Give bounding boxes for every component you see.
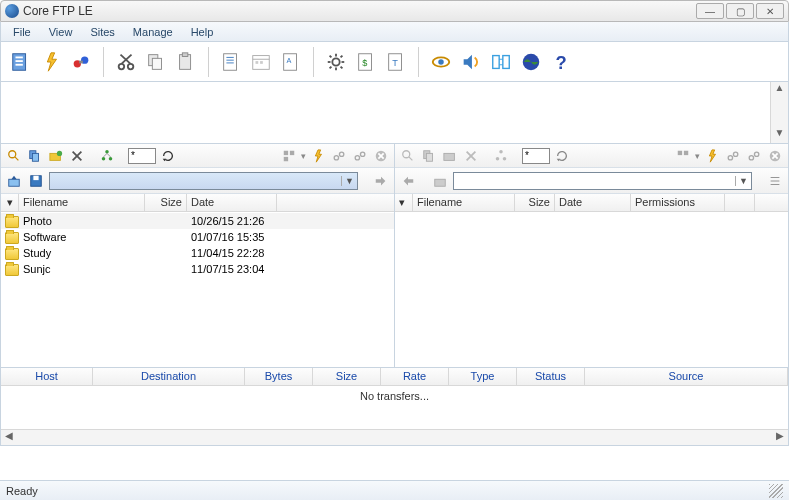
preview-button[interactable] (427, 48, 455, 76)
remote-path-combo[interactable]: ▼ (453, 172, 752, 190)
link-icon[interactable] (724, 147, 742, 165)
search-icon[interactable] (399, 147, 417, 165)
tree-icon[interactable] (98, 147, 116, 165)
local-path-combo[interactable]: ▼ (49, 172, 358, 190)
col-permissions[interactable]: Permissions (631, 194, 725, 211)
list-item[interactable]: Study11/04/15 22:28 (1, 245, 394, 261)
stop-icon[interactable] (766, 147, 784, 165)
qcol-rate[interactable]: Rate (381, 368, 449, 385)
qcol-source[interactable]: Source (585, 368, 788, 385)
menu-file[interactable]: File (5, 24, 39, 40)
site-manager-button[interactable] (7, 48, 35, 76)
scroll-left-icon[interactable]: ◀ (1, 430, 17, 445)
local-listview[interactable]: ▾ Filename Size Date Photo10/26/15 21:26… (1, 194, 394, 367)
up-dir-icon[interactable] (5, 172, 23, 190)
scroll-right-icon[interactable]: ▶ (772, 430, 788, 445)
chevron-down-icon[interactable]: ▼ (735, 176, 751, 186)
cut-button[interactable] (112, 48, 140, 76)
help-button[interactable]: ? (547, 48, 575, 76)
upload-icon[interactable] (372, 172, 390, 190)
copy-path-icon[interactable] (26, 147, 44, 165)
file-date: 11/07/15 23:04 (187, 263, 277, 275)
list-item[interactable]: Sunjc11/07/15 23:04 (1, 261, 394, 277)
resize-grip-icon[interactable] (769, 484, 783, 498)
dropdown-icon[interactable]: ▾ (301, 151, 306, 161)
new-folder-icon[interactable] (47, 147, 65, 165)
scroll-up-icon[interactable]: ▲ (771, 82, 788, 98)
col-date[interactable]: Date (555, 194, 631, 211)
minimize-button[interactable]: — (696, 3, 724, 19)
edit-button[interactable] (217, 48, 245, 76)
col-extra[interactable] (725, 194, 755, 211)
delete-icon[interactable] (462, 147, 480, 165)
link2-icon[interactable] (351, 147, 369, 165)
menu-manage[interactable]: Manage (125, 24, 181, 40)
maximize-button[interactable]: ▢ (726, 3, 754, 19)
col-filename[interactable]: Filename (413, 194, 515, 211)
file-name: Study (19, 247, 145, 259)
menu-sites[interactable]: Sites (82, 24, 122, 40)
stop-icon[interactable] (372, 147, 390, 165)
svg-point-48 (9, 150, 16, 157)
svg-point-67 (339, 152, 343, 156)
settings-button[interactable] (322, 48, 350, 76)
col-icon[interactable]: ▾ (1, 194, 19, 211)
svg-point-56 (105, 149, 109, 153)
script-button[interactable]: $ (352, 48, 380, 76)
scroll-down-icon[interactable]: ▼ (771, 127, 788, 143)
list-item[interactable]: Photo10/26/15 21:26 (1, 213, 394, 229)
delete-icon[interactable] (68, 147, 86, 165)
col-filename[interactable]: Filename (19, 194, 145, 211)
sound-button[interactable] (457, 48, 485, 76)
link2-icon[interactable] (745, 147, 763, 165)
remote-listview[interactable]: ▾ Filename Size Date Permissions (395, 194, 788, 367)
mode-icon[interactable] (280, 147, 298, 165)
col-size[interactable]: Size (515, 194, 555, 211)
qcol-destination[interactable]: Destination (93, 368, 245, 385)
up-dir-icon[interactable] (431, 172, 449, 190)
download-icon[interactable] (399, 172, 417, 190)
template-button[interactable]: T (382, 48, 410, 76)
reconnect-button[interactable] (67, 48, 95, 76)
refresh-icon[interactable] (159, 147, 177, 165)
disk-icon[interactable] (27, 172, 45, 190)
dropdown-icon[interactable]: ▾ (695, 151, 700, 161)
close-button[interactable]: ✕ (756, 3, 784, 19)
link-icon[interactable] (330, 147, 348, 165)
local-filter-input[interactable] (128, 148, 156, 164)
svg-rect-1 (16, 56, 23, 58)
qcol-size[interactable]: Size (313, 368, 381, 385)
qcol-status[interactable]: Status (517, 368, 585, 385)
copy-button[interactable] (142, 48, 170, 76)
qcol-bytes[interactable]: Bytes (245, 368, 313, 385)
col-date[interactable]: Date (187, 194, 277, 211)
search-icon[interactable] (5, 147, 23, 165)
remote-filter-input[interactable] (522, 148, 550, 164)
qcol-host[interactable]: Host (1, 368, 93, 385)
log-text[interactable] (1, 82, 770, 143)
tree-toggle-icon[interactable] (766, 172, 784, 190)
list-item[interactable]: Software01/07/16 15:35 (1, 229, 394, 245)
col-icon[interactable]: ▾ (395, 194, 413, 211)
new-folder-icon[interactable] (441, 147, 459, 165)
schedule-button[interactable] (247, 48, 275, 76)
menu-view[interactable]: View (41, 24, 81, 40)
view-file-button[interactable]: A (277, 48, 305, 76)
chevron-down-icon[interactable]: ▼ (341, 176, 357, 186)
col-size[interactable]: Size (145, 194, 187, 211)
mode-icon[interactable] (674, 147, 692, 165)
qcol-type[interactable]: Type (449, 368, 517, 385)
copy-path-icon[interactable] (420, 147, 438, 165)
quick-connect-button[interactable] (37, 48, 65, 76)
refresh-icon[interactable] (553, 147, 571, 165)
menu-help[interactable]: Help (183, 24, 222, 40)
globe-button[interactable] (517, 48, 545, 76)
paste-button[interactable] (172, 48, 200, 76)
bolt-icon[interactable] (703, 147, 721, 165)
compare-button[interactable] (487, 48, 515, 76)
local-pane: ▾ ▼ ▾ Filename Size Date Photo10/26/15 2 (0, 144, 395, 368)
log-scrollbar[interactable]: ▲ ▼ (770, 82, 788, 143)
tree-icon[interactable] (492, 147, 510, 165)
bolt-icon[interactable] (309, 147, 327, 165)
queue-scrollbar[interactable]: ◀ ▶ (1, 429, 788, 445)
